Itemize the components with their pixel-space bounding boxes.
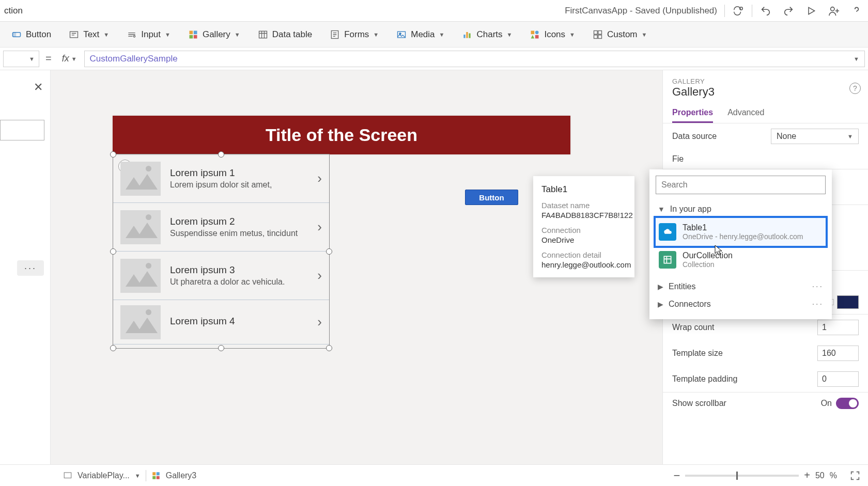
resize-handle[interactable]: [218, 151, 224, 158]
insert-media[interactable]: Media ▼: [389, 26, 452, 43]
svg-rect-7: [194, 30, 197, 34]
canvas-area[interactable]: Title of the Screen ✎ Lorem ipsum 1 Lore…: [51, 70, 662, 464]
image-placeholder-icon: [120, 162, 161, 196]
prop-label: Template size: [672, 349, 723, 358]
image-placeholder-icon: [120, 305, 161, 339]
template-size-input[interactable]: 160: [817, 346, 859, 361]
app-checker-icon[interactable]: [727, 0, 750, 22]
svg-rect-24: [664, 256, 671, 263]
chevron-down-icon: ▼: [29, 56, 35, 62]
more-icon[interactable]: ···: [812, 300, 824, 309]
svg-rect-9: [194, 35, 197, 38]
gallery-control[interactable]: ✎ Lorem ipsum 1 Lorem ipsum dolor sit am…: [113, 154, 330, 349]
tab-properties[interactable]: Properties: [672, 104, 713, 123]
resize-handle[interactable]: [110, 345, 116, 351]
resize-handle[interactable]: [110, 248, 116, 255]
item-title: Lorem ipsum 4: [170, 316, 308, 327]
svg-rect-17: [531, 30, 535, 34]
template-padding-input[interactable]: 0: [817, 371, 859, 387]
tooltip-label: Dataset name: [541, 201, 626, 210]
resize-handle[interactable]: [110, 151, 116, 158]
fx-button[interactable]: fx ▼: [58, 53, 81, 64]
insert-custom[interactable]: Custom ▼: [585, 26, 654, 43]
section-connectors[interactable]: ▶ Connectors ···: [656, 295, 826, 313]
property-selector[interactable]: ▼: [3, 51, 39, 67]
section-label: In your app: [670, 205, 711, 214]
fx-label: fx: [62, 53, 69, 64]
breadcrumb-screen[interactable]: VariablePlay...: [78, 471, 130, 480]
gallery-item[interactable]: Lorem ipsum 3 Ut pharetra a dolor ac veh…: [113, 252, 329, 300]
more-options-icon[interactable]: ···: [17, 260, 44, 276]
redo-icon[interactable]: [777, 0, 800, 22]
svg-point-1: [831, 7, 834, 10]
chevron-down-icon: ▼: [507, 32, 513, 38]
insert-icons[interactable]: Icons ▼: [522, 26, 582, 43]
help-icon[interactable]: [845, 0, 868, 22]
zoom-slider[interactable]: [685, 475, 799, 477]
insert-input[interactable]: Input ▼: [119, 26, 178, 43]
tab-advanced[interactable]: Advanced: [727, 104, 764, 123]
chevron-down-icon: ▼: [642, 32, 647, 38]
input-label: Input: [141, 29, 161, 40]
svg-rect-6: [189, 30, 193, 34]
prop-label: Fie: [672, 154, 684, 164]
chevron-right-icon: ›: [317, 314, 322, 330]
chevron-down-icon: ▼: [373, 32, 379, 38]
tooltip-value: FA4BADB8183CF7B8!122: [541, 211, 626, 220]
insert-datatable[interactable]: Data table: [251, 26, 320, 43]
breadcrumb-control[interactable]: Gallery3: [166, 471, 197, 480]
item-title: Table1: [683, 223, 803, 232]
insert-forms[interactable]: Forms ▼: [322, 26, 386, 43]
formula-input[interactable]: CustomGallerySample ▼: [84, 51, 865, 67]
datasource-item-table1[interactable]: Table1 OneDrive - henry.legge@outlook.co…: [656, 218, 826, 246]
canvas-button[interactable]: Button: [465, 190, 518, 205]
tree-item[interactable]: [0, 120, 44, 140]
datasource-item-collection[interactable]: OurCollection Collection: [656, 246, 826, 274]
screen-icon: [63, 471, 72, 480]
tooltip-value: henry.legge@outlook.com: [541, 260, 626, 269]
datasource-tooltip: Table1 Dataset name FA4BADB8183CF7B8!122…: [533, 176, 634, 277]
resize-handle[interactable]: [326, 248, 332, 255]
gallery-item[interactable]: Lorem ipsum 2 Suspendisse enim metus, ti…: [113, 203, 329, 252]
close-icon[interactable]: ✕: [34, 81, 43, 94]
wrap-count-input[interactable]: 1: [817, 320, 859, 335]
resize-handle[interactable]: [326, 345, 332, 351]
datasource-picker: ▼ In your app Table1 OneDrive - henry.le…: [649, 169, 832, 319]
insert-button[interactable]: Button: [4, 26, 58, 43]
undo-icon[interactable]: [754, 0, 777, 22]
more-icon[interactable]: ···: [812, 282, 824, 291]
section-entities[interactable]: ▶ Entities ···: [656, 278, 826, 295]
insert-gallery[interactable]: Gallery ▼: [181, 26, 247, 43]
share-icon[interactable]: [823, 0, 845, 22]
zoom-out-icon[interactable]: −: [673, 469, 680, 482]
zoom-in-icon[interactable]: +: [804, 469, 810, 481]
item-title: Lorem ipsum 1: [170, 167, 308, 179]
svg-rect-10: [259, 31, 267, 38]
data-source-dropdown[interactable]: None ▼: [771, 129, 859, 144]
resize-handle[interactable]: [218, 345, 224, 351]
gallery-item[interactable]: Lorem ipsum 4 ›: [113, 300, 329, 344]
gallery-item[interactable]: Lorem ipsum 1 Lorem ipsum dolor sit amet…: [113, 154, 329, 203]
insert-charts[interactable]: Charts ▼: [455, 26, 519, 43]
prop-label: Data source: [672, 132, 717, 141]
play-icon[interactable]: [800, 0, 823, 22]
help-icon[interactable]: ?: [849, 83, 861, 94]
chevron-down-icon[interactable]: ▼: [135, 473, 141, 479]
svg-rect-25: [64, 473, 71, 478]
document-title: FirstCanvasApp - Saved (Unpublished): [565, 6, 722, 16]
media-label: Media: [411, 29, 435, 40]
chevron-down-icon: ▼: [103, 32, 109, 38]
section-in-your-app[interactable]: ▼ In your app: [656, 200, 826, 218]
scrollbar-toggle[interactable]: [836, 398, 859, 409]
fit-screen-icon[interactable]: [849, 470, 861, 481]
gallery-label: Gallery: [203, 29, 230, 40]
left-pane: ✕ ···: [0, 70, 51, 464]
item-subtitle: Suspendisse enim metus, tincidunt: [170, 229, 308, 238]
svg-rect-26: [152, 472, 156, 475]
border-color-swatch[interactable]: [837, 295, 859, 309]
section-label: Connectors: [669, 300, 711, 309]
insert-text[interactable]: Text ▼: [61, 26, 116, 43]
search-input[interactable]: [656, 176, 826, 194]
chevron-right-icon: ›: [317, 219, 322, 235]
forms-label: Forms: [344, 29, 369, 40]
